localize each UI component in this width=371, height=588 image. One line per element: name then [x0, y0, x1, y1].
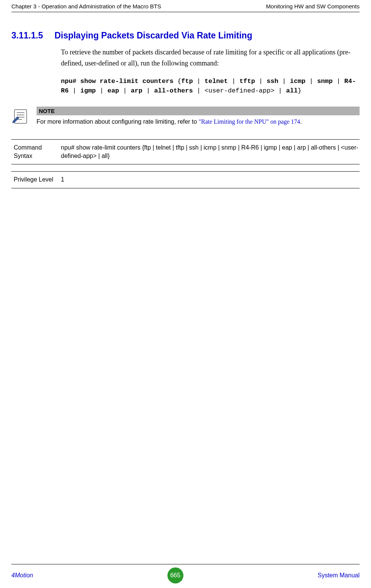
svg-rect-0 [14, 110, 27, 123]
page-number-badge: 665 [167, 567, 183, 583]
section-title: Displaying Packets Discarded Via Rate Li… [54, 30, 252, 41]
section-number: 3.11.1.5 [11, 30, 43, 41]
info-table: Command Syntaxnpu# show rate-limit count… [11, 139, 360, 188]
command-code: npu# show rate-limit counters {ftp | tel… [61, 76, 360, 96]
note-prefix: For more information about configuring r… [37, 118, 199, 125]
table-row: Command Syntaxnpu# show rate-limit count… [11, 139, 360, 165]
note-text: For more information about configuring r… [37, 118, 360, 126]
section-heading: 3.11.1.5 Displaying Packets Discarded Vi… [11, 30, 360, 41]
page-header: Chapter 3 - Operation and Administration… [11, 0, 360, 12]
footer-right: System Manual [318, 572, 360, 579]
note-suffix: . [300, 118, 302, 125]
table-value: npu# show rate-limit counters {ftp | tel… [55, 143, 360, 161]
note-icon [11, 107, 30, 127]
table-value: 1 [55, 175, 360, 184]
page-footer: 4Motion 665 System Manual [11, 564, 360, 583]
note-label: NOTE [37, 107, 360, 115]
note-body: NOTE For more information about configur… [37, 107, 360, 127]
header-left: Chapter 3 - Operation and Administration… [11, 3, 161, 10]
table-label: Privilege Level [11, 175, 55, 184]
note-link[interactable]: "Rate Limiting for the NPU" on page 174 [199, 118, 300, 125]
footer-left: 4Motion [11, 572, 33, 579]
header-right: Monitoring HW and SW Components [266, 3, 360, 10]
table-label: Command Syntax [11, 143, 55, 161]
table-row: Privilege Level1 [11, 171, 360, 188]
intro-paragraph: To retrieve the number of packets discar… [61, 47, 360, 69]
note-block: NOTE For more information about configur… [11, 107, 360, 127]
